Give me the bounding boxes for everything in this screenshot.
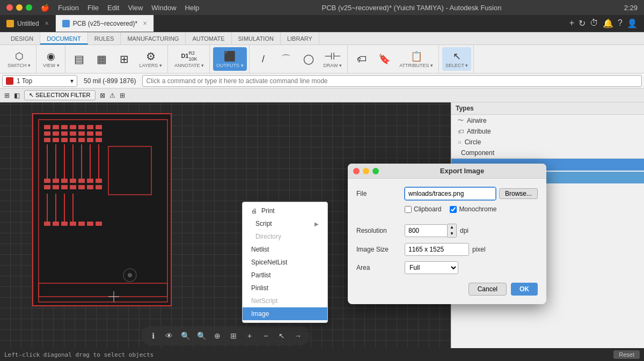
clipboard-check[interactable]: Clipboard [405,205,441,213]
clipboard-label: Clipboard [414,205,441,213]
spin-buttons: ▲ ▼ [448,224,457,238]
dialog-minimize-btn[interactable] [363,168,369,174]
resolution-spinner: ▲ ▼ [405,224,457,238]
cancel-button[interactable]: Cancel [469,283,507,296]
monochrome-check[interactable]: Monochrome [450,205,496,213]
ok-button[interactable]: OK [511,283,538,296]
dialog-body: File Browse... Clipboard Monochrome [348,179,546,304]
spin-down-btn[interactable]: ▼ [448,231,456,237]
area-row: Area Full Selection Board [356,261,538,274]
resolution-row: Resolution ▲ ▼ dpi [356,224,538,238]
browse-button[interactable]: Browse... [499,188,538,199]
checkbox-row: Clipboard Monochrome [356,205,538,218]
clipboard-checkbox[interactable] [405,206,412,213]
dialog-window-controls[interactable] [353,168,379,174]
monochrome-label: Monochrome [459,205,496,213]
monochrome-checkbox[interactable] [450,206,457,213]
checkboxes: Clipboard Monochrome [405,205,496,213]
dialog-overlay: Export Image File Browse... Clipboard [0,0,644,361]
image-size-label: Image Size [356,246,405,253]
dialog-close-btn[interactable] [353,168,360,174]
file-row: File Browse... [356,187,538,200]
image-size-row: Image Size pixel [356,243,538,256]
dpi-label: dpi [460,227,469,234]
dialog-buttons: Cancel OK [356,283,538,296]
dialog-title: Export Image [383,167,541,175]
area-label: Area [356,264,405,271]
file-label: File [356,190,405,197]
resolution-input[interactable] [405,224,448,237]
resolution-label: Resolution [356,227,405,234]
pixel-label: pixel [472,246,486,253]
spin-up-btn[interactable]: ▲ [448,224,456,231]
image-size-input[interactable] [405,243,469,256]
dialog-titlebar: Export Image [348,164,546,179]
export-image-dialog: Export Image File Browse... Clipboard [348,164,546,304]
dialog-maximize-btn[interactable] [372,168,379,174]
area-select[interactable]: Full Selection Board [405,261,458,274]
file-input[interactable] [405,187,496,200]
